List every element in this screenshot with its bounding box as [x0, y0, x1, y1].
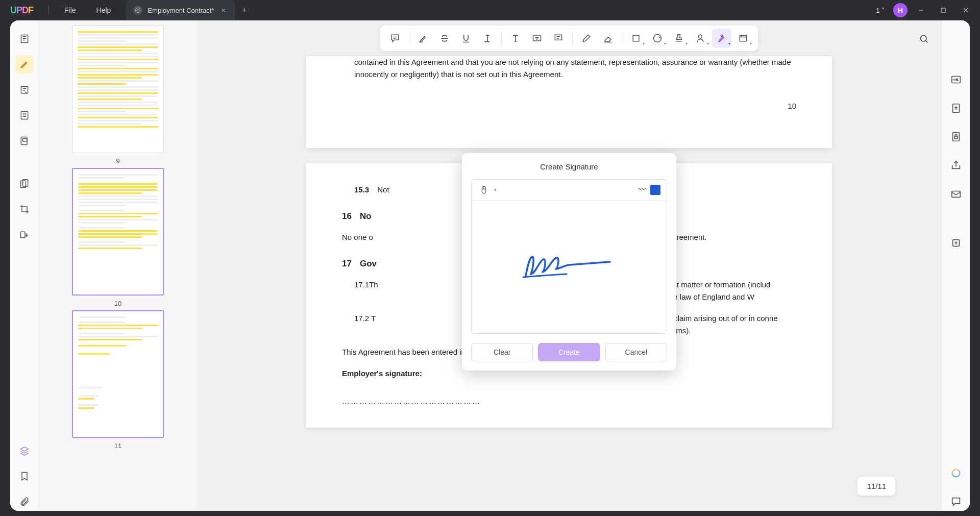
svg-point-15	[721, 35, 722, 36]
mouse-input-icon[interactable]	[478, 184, 490, 196]
workspace: 9 10	[10, 20, 970, 511]
user-avatar[interactable]: H	[893, 3, 908, 17]
thumbnails-panel-button[interactable]	[15, 30, 34, 48]
thumb-label: 10	[59, 300, 177, 307]
textbox-tool[interactable]	[527, 29, 547, 48]
svg-rect-6	[22, 139, 27, 141]
svg-rect-2	[21, 35, 28, 43]
annotations-panel-button[interactable]	[15, 81, 34, 99]
thumbnail-panel[interactable]: 9 10	[39, 20, 197, 511]
svg-rect-4	[21, 112, 28, 119]
form-tool[interactable]: ▾	[733, 29, 753, 48]
document-tab[interactable]: Employment Contract* ×	[126, 0, 234, 20]
dialog-title: Create Signature	[471, 162, 667, 171]
stroke-style-icon[interactable]: 〰	[638, 185, 646, 194]
strikethrough-tool[interactable]	[435, 29, 454, 48]
dialog-button-row: Clear Create Cancel	[471, 343, 667, 361]
comment-tool[interactable]	[385, 29, 405, 48]
share-button[interactable]	[947, 156, 965, 175]
svg-rect-1	[941, 8, 945, 12]
text-tool[interactable]	[506, 29, 525, 48]
comment-panel-button[interactable]	[947, 493, 965, 511]
window-minimize[interactable]	[912, 3, 930, 18]
menu-file[interactable]: File	[54, 6, 86, 14]
svg-rect-5	[21, 137, 27, 145]
compare-tool-button[interactable]	[15, 226, 34, 244]
pencil-tool[interactable]	[577, 29, 596, 48]
tab-add-button[interactable]: +	[242, 5, 248, 16]
crop-tool-button[interactable]	[15, 200, 34, 218]
notification-badge[interactable]: 1 ˅	[872, 7, 889, 14]
ai-assistant-button[interactable]	[947, 464, 965, 482]
input-dropdown-caret[interactable]: ▾	[494, 187, 497, 192]
left-tool-rail	[10, 20, 39, 511]
svg-rect-9	[20, 232, 24, 238]
svg-rect-16	[740, 35, 746, 41]
svg-point-17	[920, 35, 926, 41]
svg-rect-21	[952, 133, 959, 141]
svg-rect-23	[951, 191, 960, 198]
titlebar: UPDF File Help Employment Contract* × + …	[0, 0, 980, 20]
ocr-button[interactable]	[947, 70, 965, 89]
clear-button[interactable]: Clear	[471, 343, 533, 361]
page-indicator[interactable]: 11/11	[857, 477, 895, 496]
highlight-tool[interactable]	[413, 29, 433, 48]
protect-button[interactable]	[947, 128, 965, 146]
eraser-tool[interactable]	[598, 29, 618, 48]
signature-line: …………………………………………	[342, 395, 796, 407]
thumbnail-page-11[interactable]: 11	[59, 310, 177, 450]
thumb-label: 11	[59, 442, 177, 450]
window-maximize[interactable]	[934, 3, 952, 18]
app-logo: UPDF	[0, 5, 43, 16]
tab-close-button[interactable]: ×	[219, 6, 227, 14]
pages-tool-button[interactable]	[15, 175, 34, 193]
annotation-toolbar: ▾ ▾ ▾ ▾ ▾ ▾	[380, 26, 758, 51]
underline-tool[interactable]	[456, 29, 476, 48]
svg-rect-12	[633, 35, 639, 41]
stroke-color-swatch[interactable]	[650, 185, 660, 195]
search-button[interactable]	[915, 30, 933, 48]
svg-rect-22	[954, 136, 958, 139]
callout-tool[interactable]	[549, 29, 568, 48]
svg-point-14	[699, 35, 702, 38]
tab-title: Employment Contract*	[148, 7, 214, 14]
right-tool-rail	[941, 20, 970, 511]
fields-panel-button[interactable]	[15, 132, 34, 150]
thumbnail-page-10[interactable]: 10	[59, 168, 177, 307]
signature-tool[interactable]: ▾	[712, 29, 731, 48]
page-number: 10	[342, 90, 796, 122]
create-button[interactable]: Create	[538, 343, 600, 361]
attachment-button[interactable]	[15, 493, 34, 511]
stamp-person-tool[interactable]: ▾	[691, 29, 710, 48]
signature-canvas[interactable]	[472, 201, 667, 333]
thumb-label: 9	[59, 157, 177, 165]
svg-point-0	[136, 8, 140, 13]
svg-rect-3	[21, 86, 28, 93]
convert-button[interactable]	[947, 99, 965, 117]
signature-toolbar: ▾ 〰	[472, 180, 667, 201]
signature-canvas-container: ▾ 〰	[471, 179, 667, 334]
email-button[interactable]	[947, 185, 965, 203]
stamp-tool[interactable]: ▾	[669, 29, 689, 48]
create-signature-dialog: Create Signature ▾ 〰	[462, 153, 676, 371]
cancel-button[interactable]: Cancel	[605, 343, 667, 361]
highlighter-tool-button[interactable]	[15, 55, 34, 73]
document-page-10-tail: contained in this Agreement and that you…	[306, 56, 832, 148]
bookmarks-panel-button[interactable]	[15, 106, 34, 125]
svg-rect-11	[555, 35, 561, 40]
thumbnail-page-9[interactable]: 9	[59, 26, 177, 165]
flatten-button[interactable]	[947, 234, 965, 252]
tab-doc-icon	[133, 6, 142, 15]
menu-help[interactable]: Help	[86, 6, 121, 14]
squiggly-tool[interactable]	[478, 29, 497, 48]
separator	[48, 5, 49, 15]
layers-button[interactable]	[15, 441, 34, 460]
sticker-tool[interactable]: ▾	[648, 29, 667, 48]
paragraph: contained in this Agreement and that you…	[342, 56, 796, 81]
bookmark-button[interactable]	[15, 467, 34, 485]
window-close[interactable]	[957, 3, 975, 18]
document-viewport[interactable]: ▾ ▾ ▾ ▾ ▾ ▾ contained in this Agreement …	[197, 20, 941, 511]
shape-tool[interactable]: ▾	[626, 29, 646, 48]
